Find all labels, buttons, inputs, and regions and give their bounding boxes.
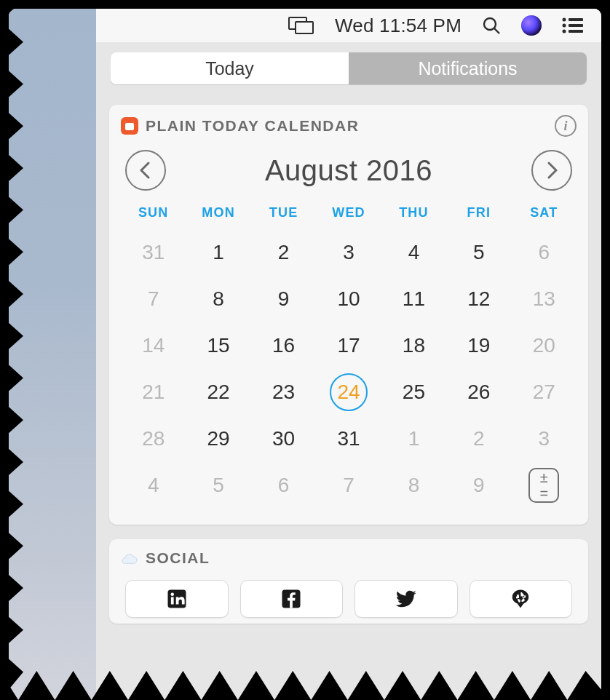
svg-rect-7 — [569, 24, 583, 27]
svg-point-4 — [563, 18, 566, 22]
calendar-day[interactable]: 31 — [316, 417, 381, 461]
spotlight-search-icon[interactable] — [482, 16, 501, 35]
plain-today-app-icon — [121, 117, 138, 135]
calendar-day[interactable]: 13 — [512, 277, 577, 321]
desktop-wallpaper — [9, 9, 96, 700]
calendar-day[interactable]: 5 — [186, 464, 250, 507]
dow-label: FRI — [446, 205, 511, 220]
month-year-label: August 2016 — [265, 154, 432, 187]
calendar-day[interactable]: 2 — [251, 231, 316, 274]
svg-rect-9 — [569, 30, 583, 33]
dow-label: TUE — [251, 205, 316, 220]
next-month-button[interactable] — [531, 150, 572, 191]
calendar-day[interactable]: 18 — [381, 324, 446, 367]
calendar-cell: ±= — [512, 464, 577, 507]
calendar-day[interactable]: 9 — [251, 277, 316, 321]
calendar-day[interactable]: 2 — [446, 417, 511, 461]
svg-rect-11 — [171, 597, 174, 605]
calendar-day[interactable]: 9 — [446, 464, 511, 507]
calendar-widget-title: PLAIN TODAY CALENDAR — [146, 117, 359, 135]
calendar-day[interactable]: 30 — [251, 417, 316, 461]
calendar-day[interactable]: 8 — [186, 277, 250, 321]
widget-info-button[interactable]: i — [555, 115, 577, 137]
calendar-day[interactable]: 4 — [121, 464, 186, 507]
calendar-day[interactable]: 28 — [121, 417, 186, 461]
dow-label: WED — [316, 205, 381, 220]
social-widget: SOCIAL — [109, 539, 588, 624]
dow-label: SAT — [512, 205, 577, 220]
calendar-day[interactable]: 27 — [512, 370, 577, 414]
calendar-day[interactable]: 1 — [381, 417, 446, 461]
tab-today[interactable]: Today — [111, 52, 349, 84]
calendar-day[interactable]: 25 — [381, 370, 446, 414]
menubar: Wed 11:54 PM — [96, 9, 601, 42]
calendar-day[interactable]: 22 — [186, 370, 250, 414]
plain-today-calendar-widget: PLAIN TODAY CALENDAR i August 2016 SUNMO… — [109, 105, 588, 525]
calendar-day[interactable]: 8 — [381, 464, 446, 507]
calendar-day[interactable]: 20 — [512, 324, 577, 367]
calendar-day[interactable]: 23 — [251, 370, 316, 414]
calendar-day[interactable]: 3 — [512, 417, 577, 461]
calendar-day[interactable]: 11 — [381, 277, 446, 321]
calendar-day[interactable]: 21 — [121, 370, 186, 414]
tab-notifications[interactable]: Notifications — [349, 52, 587, 84]
calendar-day[interactable]: 6 — [251, 464, 316, 507]
svg-point-8 — [563, 30, 566, 33]
svg-rect-1 — [296, 22, 313, 33]
siri-icon[interactable] — [521, 15, 542, 36]
screen-mirroring-icon[interactable] — [288, 15, 314, 36]
toggle-events-button[interactable]: ±= — [528, 468, 559, 503]
notification-center-panel: Wed 11:54 PM Today Notifications — [96, 9, 601, 700]
menubar-datetime[interactable]: Wed 11:54 PM — [335, 15, 462, 37]
calendar-day[interactable]: 17 — [316, 324, 381, 367]
calendar-day[interactable]: 4 — [381, 231, 446, 274]
calendar-day[interactable]: 7 — [316, 464, 381, 507]
calendar-day[interactable]: 15 — [186, 324, 250, 367]
calendar-day[interactable]: 5 — [446, 231, 511, 274]
social-twitter-button[interactable] — [354, 580, 458, 618]
calendar-day[interactable]: 31 — [121, 231, 186, 274]
calendar-day[interactable]: 12 — [446, 277, 511, 321]
calendar-day[interactable]: 14 — [121, 324, 186, 367]
notification-center-icon[interactable] — [562, 17, 584, 34]
svg-line-3 — [494, 28, 499, 33]
calendar-day[interactable]: 1 — [186, 231, 250, 274]
calendar-day[interactable]: 10 — [316, 277, 381, 321]
day-of-week-header: SUNMONTUEWEDTHUFRISAT — [121, 205, 577, 220]
social-facebook-button[interactable] — [240, 580, 344, 618]
social-linkedin-button[interactable] — [125, 580, 229, 618]
calendar-day[interactable]: 26 — [446, 370, 511, 414]
cloud-icon — [121, 549, 138, 567]
social-widget-title: SOCIAL — [146, 549, 210, 567]
dow-label: SUN — [121, 205, 186, 220]
svg-point-6 — [563, 24, 566, 28]
today-notifications-segmented-control: Today Notifications — [111, 52, 587, 84]
svg-point-12 — [170, 593, 174, 597]
calendar-day[interactable]: 7 — [121, 277, 186, 321]
dow-label: MON — [186, 205, 250, 220]
dow-label: THU — [381, 205, 446, 220]
calendar-grid: 3112345678910111213141516171819202122232… — [121, 231, 577, 507]
svg-point-2 — [484, 18, 496, 30]
previous-month-button[interactable] — [125, 150, 166, 191]
calendar-day[interactable]: 3 — [316, 231, 381, 274]
calendar-day[interactable]: 16 — [251, 324, 316, 367]
calendar-day[interactable]: 19 — [446, 324, 511, 367]
calendar-day[interactable]: 6 — [512, 231, 577, 274]
calendar-day[interactable]: 29 — [186, 417, 250, 461]
calendar-day[interactable]: 24 — [316, 370, 381, 414]
social-yelp-button[interactable] — [470, 580, 573, 618]
svg-rect-5 — [569, 18, 583, 21]
